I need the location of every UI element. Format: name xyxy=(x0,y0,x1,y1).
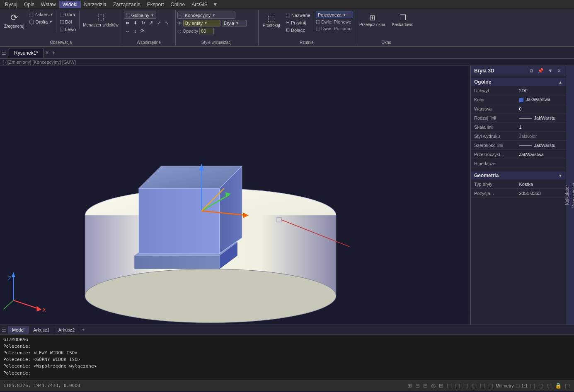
btn-zakres[interactable]: ⬚ Zakres ▼ xyxy=(27,11,55,18)
prostokat-icon: ⬚ xyxy=(267,13,275,23)
section-header-geometria[interactable]: Geometria ▼ xyxy=(471,171,566,180)
coord-btn-3[interactable]: ↻ xyxy=(140,19,147,26)
tab-model[interactable]: Model xyxy=(8,326,29,334)
dropdown-pojedyncza[interactable]: Pojedyncza ▼ xyxy=(316,12,353,18)
panel-close-btn[interactable]: ✕ xyxy=(556,67,562,74)
menu-opis[interactable]: Opis xyxy=(21,1,38,8)
tab-close-icon[interactable]: ✕ xyxy=(45,50,49,55)
status-lock-icon[interactable]: 🔒 xyxy=(554,382,562,389)
btn-view-bottom[interactable]: ⬚ Dół xyxy=(58,18,78,25)
coord-btn-9[interactable]: ⟳ xyxy=(139,27,146,34)
bottom-tabs-menu[interactable]: ☰ xyxy=(2,327,6,333)
status-anno-icon[interactable]: ⬚ xyxy=(538,382,544,389)
status-qs-icon[interactable]: ⬚ xyxy=(479,382,486,389)
tab-bar: ☰ Rysunek1* ✕ + xyxy=(0,47,574,59)
side-tab-kalkulator[interactable]: Kalkulator xyxy=(564,182,570,209)
btn-regenerate[interactable]: ⟳ Zregeneruj xyxy=(2,11,27,30)
status-lw-icon[interactable]: ⬚ xyxy=(463,382,469,389)
row-key-pozycja: Pozycja... xyxy=(474,191,518,196)
style-viz-label: Style wizualizacji xyxy=(177,39,257,45)
side-tab-wlasciwosci[interactable]: Właściwości xyxy=(570,180,574,211)
status-polar-icon[interactable]: ◎ xyxy=(430,382,436,389)
coord-btn-1[interactable]: ⬌ xyxy=(124,19,131,26)
menu-zarzadzanie[interactable]: Zarządzanie xyxy=(110,1,144,8)
status-ortho-icon[interactable]: ⊟ xyxy=(422,382,429,389)
coord-btn-8[interactable]: ↕ xyxy=(133,27,138,34)
coord-btn-7[interactable]: ↔ xyxy=(124,27,132,34)
status-snap-icon[interactable]: ⊟ xyxy=(414,382,421,389)
ribbon: ⟳ Zregeneruj ⬚ Zakres ▼ ◯ Orbita ▼ ⬚ Gó xyxy=(0,9,574,47)
btn-view-left[interactable]: ⬚ Lewo xyxy=(58,26,78,33)
koncepcyjny-icon: ⬚ xyxy=(179,12,184,18)
dropdown-bryla[interactable]: Bryła ▼ xyxy=(222,20,247,26)
btn-prostokat[interactable]: ⬚ Prostokąt xyxy=(260,12,283,29)
panel-dropdown-btn[interactable]: ▼ xyxy=(547,67,554,74)
panel-icon-copy[interactable]: ⧉ xyxy=(528,67,535,74)
row-value-kolor[interactable]: JakWarstwa xyxy=(518,97,563,102)
ribbon-style-viz: ⬚ Koncepcyjny ▼ 👁 By entity ▼ Bryła ▼ ◎ … xyxy=(176,10,259,46)
tab-add-button[interactable]: + xyxy=(49,48,58,58)
panel-icon-pin[interactable]: 📌 xyxy=(536,67,545,74)
status-units[interactable]: Milimetry xyxy=(496,383,514,388)
status-tp-icon[interactable]: ⬚ xyxy=(471,382,477,389)
btn-przelacz[interactable]: ⊞ Przełącz okna xyxy=(357,12,388,29)
status-ws-icon[interactable]: ⬚ xyxy=(546,382,552,389)
panel-icons: ⧉ 📌 ▼ ✕ xyxy=(528,67,562,74)
menu-rysuj[interactable]: Rysuj xyxy=(2,1,21,8)
viewport[interactable]: Z X xyxy=(0,66,470,325)
coord-btn-6[interactable]: ⤡ xyxy=(163,19,170,26)
btn-view-top[interactable]: ⬚ Góra xyxy=(58,11,78,18)
console-line-1: GIZMODRAG xyxy=(3,337,571,343)
status-grid-icon[interactable]: ⊞ xyxy=(407,382,413,389)
panel-section-ogolne: Ogólne ▲ Uchwyt 2DF Kolor JakWarstwa War… xyxy=(471,76,566,170)
status-dyn-icon[interactable]: ⬚ xyxy=(454,382,461,389)
nazwane-icon: ⬚ xyxy=(286,12,290,18)
btn-orbita[interactable]: ◯ Orbita ▼ xyxy=(27,18,55,25)
menu-narzedzia[interactable]: Narzędzia xyxy=(81,1,110,8)
menu-arcgis[interactable]: ArcGIS xyxy=(188,1,211,8)
coord-btn-4[interactable]: ↺ xyxy=(148,19,155,26)
panel-header: Bryła 3D ⧉ 📌 ▼ ✕ xyxy=(471,66,566,76)
tab-arkusz1[interactable]: Arkusz1 xyxy=(29,326,54,334)
status-3d-icon[interactable]: ⬚ xyxy=(446,382,453,389)
panel-row-hiperlacze: Hiperlącze xyxy=(471,159,566,168)
console-input[interactable] xyxy=(32,370,571,376)
panel-row-uchwyt: Uchwyt 2DF xyxy=(471,86,566,95)
row-value-warstwa: 0 xyxy=(518,106,563,111)
dropdown-koncepcyjny[interactable]: ⬚ Koncepcyjny ▼ xyxy=(177,12,235,19)
btn-dolacz[interactable]: ⊞ Dołącz xyxy=(284,26,312,34)
dropdown-globalny[interactable]: ⬚ Globalny ▼ xyxy=(124,12,156,19)
section-chevron-ogolne: ▲ xyxy=(558,80,562,84)
viewport-canvas: Z X xyxy=(0,66,470,325)
tab-add-sheet[interactable]: + xyxy=(79,326,87,334)
section-header-ogolne[interactable]: Ogólne ▲ xyxy=(471,78,566,86)
view-bottom-icon: ⬚ xyxy=(60,19,64,24)
tab-menu-icon[interactable]: ☰ xyxy=(2,50,6,56)
menu-eksport[interactable]: Eksport xyxy=(144,1,167,8)
btn-kaskadowo[interactable]: ❐ Kaskadowo xyxy=(390,12,416,29)
tab-arkusz2[interactable]: Arkusz2 xyxy=(54,326,80,334)
btn-przytnij[interactable]: ✂ Przytnij xyxy=(284,19,312,26)
console-line-4: Polecenie: <GÓRNY WIDOK ISO> xyxy=(3,356,571,363)
status-sel-icon[interactable]: ⬚ xyxy=(487,382,494,389)
btn-menadzer[interactable]: ⬚ Menadzer widoków xyxy=(81,11,120,29)
menu-wstaw[interactable]: Wstaw xyxy=(38,1,59,8)
coord-btn-2[interactable]: ⬍ xyxy=(132,19,139,26)
btn-nazwane[interactable]: ⬚ Nazwane xyxy=(284,12,312,19)
menu-online[interactable]: Online xyxy=(167,1,188,8)
status-bar: 1185.8376, 1941.7433, 0.0000 ⊞ ⊟ ⊟ ◎ ⊞ ⬚… xyxy=(0,380,574,391)
status-osnap-icon[interactable]: ⊞ xyxy=(438,382,444,389)
kaskadowo-icon: ❐ xyxy=(400,13,406,22)
panel-row-przezroczystosc: Przeźroczyst... JakWarstwa xyxy=(471,150,566,159)
tab-rysunek1[interactable]: Rysunek1* xyxy=(9,48,44,58)
dropdown-by-entity[interactable]: By entity ▼ xyxy=(183,20,220,26)
status-fullscreen-icon[interactable]: ⬚ xyxy=(564,382,571,389)
app-icon[interactable]: ▼ xyxy=(213,1,218,7)
opacity-input[interactable] xyxy=(199,28,214,34)
coord-btn-5[interactable]: ⤢ xyxy=(155,19,162,26)
console-prompt: Polecenie: xyxy=(3,370,31,376)
menu-widoki[interactable]: Widoki xyxy=(59,1,81,8)
svg-text:X: X xyxy=(43,307,46,313)
status-nav-icon[interactable]: ⬚ xyxy=(529,382,536,389)
opacity-label: Opacity xyxy=(183,29,198,34)
